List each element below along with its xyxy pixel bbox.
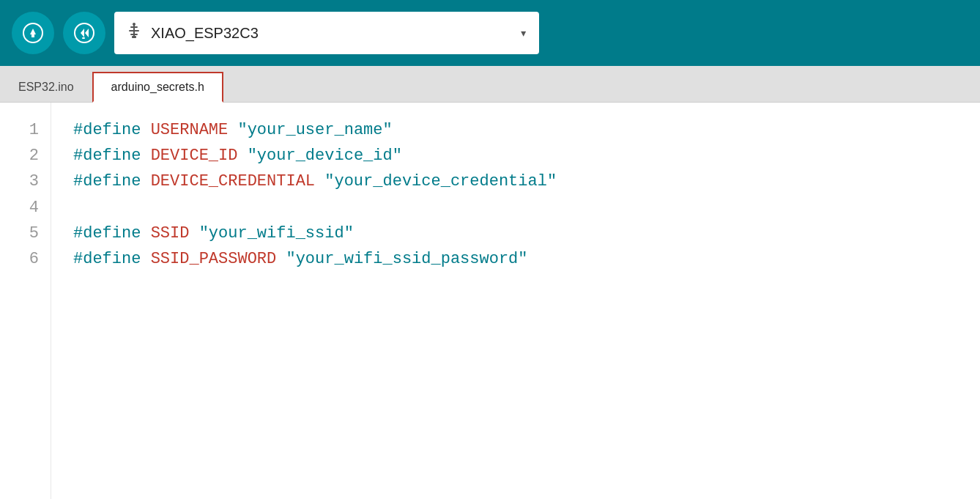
keyword: #define bbox=[73, 224, 141, 243]
svg-rect-8 bbox=[132, 36, 136, 38]
svg-rect-2 bbox=[31, 34, 34, 37]
code-line-5: #define SSID "your_wifi_ssid" bbox=[73, 221, 958, 246]
code-line-2: #define DEVICE_ID "your_device_id" bbox=[73, 143, 958, 169]
svg-point-7 bbox=[133, 23, 136, 26]
code-content[interactable]: #define USERNAME "your_user_name" #defin… bbox=[51, 103, 980, 499]
toolbar: XIAO_ESP32C3 ▾ bbox=[0, 0, 980, 66]
svg-rect-6 bbox=[82, 37, 85, 39]
keyword: #define bbox=[73, 250, 141, 268]
tab-secrets[interactable]: arduino_secrets.h bbox=[92, 72, 223, 103]
string-value: "your_device_credential" bbox=[324, 172, 557, 191]
string-value: "your_wifi_ssid" bbox=[199, 224, 354, 243]
line-numbers: 1 2 3 4 5 6 bbox=[0, 103, 51, 499]
code-line-4 bbox=[73, 195, 958, 221]
tab-esp32[interactable]: ESP32.ino bbox=[0, 71, 92, 102]
string-value: "your_device_id" bbox=[248, 147, 402, 165]
macro-name: SSID_PASSWORD bbox=[151, 250, 277, 268]
board-name: XIAO_ESP32C3 bbox=[151, 25, 511, 42]
code-line-3: #define DEVICE_CREDENTIAL "your_device_c… bbox=[73, 169, 958, 194]
chevron-down-icon: ▾ bbox=[519, 25, 527, 41]
macro-name: DEVICE_ID bbox=[151, 147, 238, 165]
macro-name: DEVICE_CREDENTIAL bbox=[151, 172, 315, 191]
code-line-1: #define USERNAME "your_user_name" bbox=[73, 117, 958, 143]
svg-marker-1 bbox=[30, 29, 36, 34]
code-editor[interactable]: 1 2 3 4 5 6 #define USERNAME "your_user_… bbox=[0, 103, 980, 499]
string-value: "your_wifi_ssid_password" bbox=[286, 250, 527, 268]
macro-name: SSID bbox=[151, 224, 190, 243]
macro-name: USERNAME bbox=[151, 121, 229, 139]
svg-marker-5 bbox=[85, 29, 89, 37]
line-number: 6 bbox=[12, 246, 39, 272]
line-number: 5 bbox=[12, 221, 39, 246]
line-number: 3 bbox=[12, 169, 39, 194]
line-number: 4 bbox=[12, 195, 39, 221]
verify-button[interactable] bbox=[63, 12, 105, 54]
string-value: "your_user_name" bbox=[237, 121, 392, 139]
keyword: #define bbox=[73, 147, 141, 165]
line-number: 1 bbox=[12, 117, 39, 143]
upload-button[interactable] bbox=[12, 12, 54, 54]
line-number: 2 bbox=[12, 143, 39, 169]
tabs-bar: ESP32.ino arduino_secrets.h bbox=[0, 66, 980, 103]
board-selector[interactable]: XIAO_ESP32C3 ▾ bbox=[114, 12, 539, 54]
code-line-6: #define SSID_PASSWORD "your_wifi_ssid_pa… bbox=[73, 246, 958, 272]
keyword: #define bbox=[73, 172, 141, 191]
svg-marker-4 bbox=[81, 29, 84, 37]
usb-icon bbox=[126, 23, 142, 43]
keyword: #define bbox=[73, 121, 141, 139]
